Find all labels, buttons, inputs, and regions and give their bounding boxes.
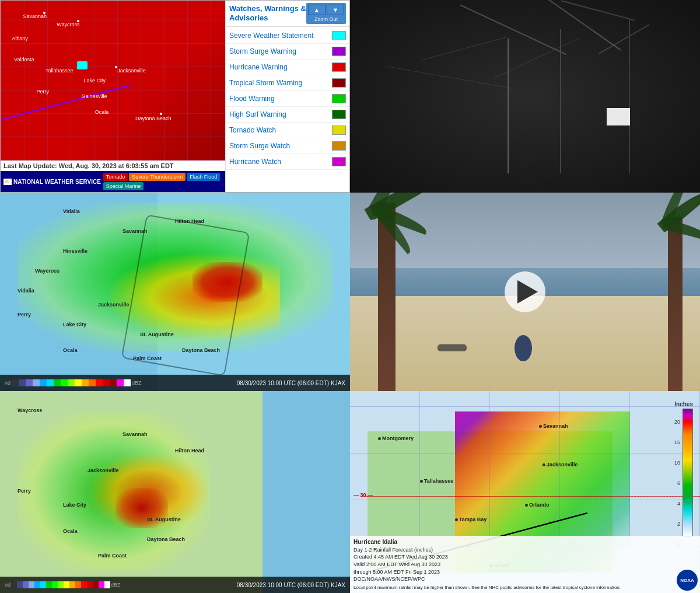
beach-cam: [350, 193, 700, 391]
city-tampa: Tampa Bay: [455, 517, 487, 522]
zoom-in-button[interactable]: ▲: [308, 5, 326, 15]
play-button[interactable]: [505, 271, 545, 312]
tab-special-marine[interactable]: Special Marine: [103, 182, 144, 190]
storm-surge-watch-link[interactable]: Storm Surge Watch: [229, 142, 327, 150]
map-section: Savannah Waycross Albany Valdosta Tallah…: [1, 1, 225, 192]
rf-legend: Inches 20 15 10 6 4 2 1: [670, 401, 693, 537]
legend-title[interactable]: Watches, Warnings & Advisories: [229, 4, 306, 22]
nws-bar: ⛅ NATIONAL WEATHER SERVICE Tornado Sever…: [1, 171, 225, 192]
radar-timestamp: nd: [0, 375, 350, 391]
hurricane-watch-color: [332, 157, 346, 166]
flood-warning-link[interactable]: Flood Warning: [229, 95, 327, 103]
scale-dbz: dBZ: [132, 380, 142, 386]
rf-source: DOC/NOAA/NWS/NCEP/WPC: [354, 575, 696, 583]
severe-weather-color: [332, 31, 346, 40]
rf-legend-title: Inches: [674, 401, 693, 407]
rf-30-parallel: [360, 496, 700, 497]
radar-scale: nd: [5, 379, 142, 386]
tornado-watch-link[interactable]: Tornado Watch: [229, 126, 327, 134]
rf-through: through 8:00 AM EDT Fri Sep 1 2023: [354, 568, 696, 576]
legend-item-high-surf: High Surf Warning: [226, 107, 349, 123]
legend-item-hurricane-watch: Hurricane Watch: [226, 154, 349, 170]
night-cam-panel: [350, 0, 700, 193]
legend-items: Severe Weather Statement Storm Surge War…: [226, 27, 349, 192]
tab-severe-thunderstorm[interactable]: Severe Thunderstorm: [129, 173, 186, 181]
severe-weather-link[interactable]: Severe Weather Statement: [229, 32, 327, 40]
rf-subtitle: Day 1-2 Rainfall Forecast (inches): [354, 546, 696, 554]
rainfall-panel: — 30 — Montgomery Savannah Tallahassee J…: [350, 391, 700, 593]
play-icon: [517, 280, 538, 304]
night-cam-bg: [350, 0, 700, 193]
nws-label: NATIONAL WEATHER SERVICE: [13, 179, 101, 185]
tropical-storm-color: [332, 78, 346, 88]
radar-map: Vidalia Hilton Head Savannah Hinesville …: [0, 193, 350, 391]
city-montgomery: Montgomery: [378, 435, 414, 441]
city-orlando: Orlando: [525, 502, 550, 508]
beach-object: [438, 344, 467, 351]
alerts-panel: Savannah Waycross Albany Valdosta Tallah…: [0, 0, 350, 193]
rf-label-2: 2: [674, 521, 680, 527]
r2-timestamp-text: 08/30/2023 10:00 UTC (06:00 EDT) KJAX: [237, 582, 345, 588]
storm-surge-warning-link[interactable]: Storm Surge Warning: [229, 47, 327, 55]
night-cam: [350, 0, 700, 193]
city-jacksonville: Jacksonville: [542, 462, 578, 468]
rf-title: Hurricane Idalia: [354, 538, 696, 546]
hurricane-watch-link[interactable]: Hurricane Watch: [229, 158, 327, 166]
severe-weather-spot: [77, 61, 88, 69]
storm-surge-watch-color: [332, 141, 346, 151]
rf-disclaimer: Local point maximum rainfall may be high…: [354, 584, 696, 591]
high-surf-link[interactable]: High Surf Warning: [229, 110, 327, 118]
legend-item-storm-surge-warning: Storm Surge Warning: [226, 44, 349, 60]
r2-scale: nd: [5, 581, 121, 588]
rf-label-20: 20: [674, 419, 680, 425]
zoom-out-button[interactable]: ▼: [327, 5, 344, 15]
zoom-controls: ▲ ▼ Zoom Out: [306, 3, 346, 24]
radar-panel: Vidalia Hilton Head Savannah Hinesville …: [0, 193, 350, 391]
radar-extended-panel: Waycross Savannah Hilton Head Jacksonvil…: [0, 391, 350, 593]
hurricane-warning-color: [332, 62, 346, 72]
legend-header: Watches, Warnings & Advisories ▲ ▼ Zoom …: [226, 1, 349, 27]
nws-logo: ⛅ NATIONAL WEATHER SERVICE: [4, 179, 101, 185]
noaa-logo: NOAA: [677, 570, 698, 591]
rf-valid: Valid 2:00 AM EDT Wed Aug 30 2023: [354, 561, 696, 568]
rf-label-15: 15: [674, 439, 680, 445]
rf-scale-labels: 20 15 10 6 4 2 1: [674, 419, 680, 547]
legend-item-hurricane-warning: Hurricane Warning: [226, 60, 349, 75]
main-layout: Savannah Waycross Albany Valdosta Tallah…: [0, 0, 700, 593]
legend-item-flood-warning: Flood Warning: [226, 91, 349, 107]
map-timestamp: Last Map Update: Wed, Aug. 30, 2023 at 6…: [1, 161, 225, 171]
white-box: [607, 108, 630, 125]
legend-item-tropical-storm: Tropical Storm Warning: [226, 75, 349, 91]
radar2-map: Waycross Savannah Hilton Head Jacksonvil…: [0, 391, 350, 593]
radar2-timestamp: nd: [0, 577, 350, 593]
rf-footer: Hurricane Idalia Day 1-2 Rainfall Foreca…: [350, 536, 700, 593]
beach-cam-panel: [350, 193, 700, 391]
rf-scale-bar: [682, 409, 693, 537]
rf-label-10: 10: [674, 460, 680, 466]
palm-tree-left: [378, 203, 396, 391]
legend-panel: Watches, Warnings & Advisories ▲ ▼ Zoom …: [225, 1, 349, 192]
storm-surge-warning-color: [332, 47, 346, 56]
zoom-label: Zoom Out: [314, 16, 338, 22]
palm-tree-right: [668, 217, 682, 391]
flood-warning-color: [332, 94, 346, 103]
tropical-storm-link[interactable]: Tropical Storm Warning: [229, 79, 327, 87]
tab-tornado[interactable]: Tornado: [103, 173, 128, 181]
rf-created: Created 4:45 AM EDT Wed Aug 30 2023: [354, 553, 696, 561]
alerts-map[interactable]: Savannah Waycross Albany Valdosta Tallah…: [1, 1, 225, 161]
rf-label-6: 6: [674, 480, 680, 486]
high-surf-color: [332, 110, 346, 119]
beach-sign: [514, 335, 532, 361]
radar-timestamp-text: 08/30/2023 10:00 UTC (06:00 EDT) KJAX: [237, 380, 345, 386]
rainfall-map: — 30 — Montgomery Savannah Tallahassee J…: [350, 391, 700, 593]
tornado-watch-color: [332, 125, 346, 135]
alert-tabs: Tornado Severe Thunderstorm Flash Flood …: [103, 173, 222, 190]
legend-item-tornado-watch: Tornado Watch: [226, 123, 349, 138]
hurricane-warning-link[interactable]: Hurricane Warning: [229, 63, 327, 71]
rf-30-label: — 30 —: [354, 492, 373, 498]
city-savannah: Savannah: [539, 423, 568, 429]
city-tallahassee: Tallahassee: [420, 478, 453, 484]
legend-item-severe-weather: Severe Weather Statement: [226, 28, 349, 44]
rf-label-4: 4: [674, 501, 680, 507]
tab-flash-flood[interactable]: Flash Flood: [187, 173, 220, 181]
